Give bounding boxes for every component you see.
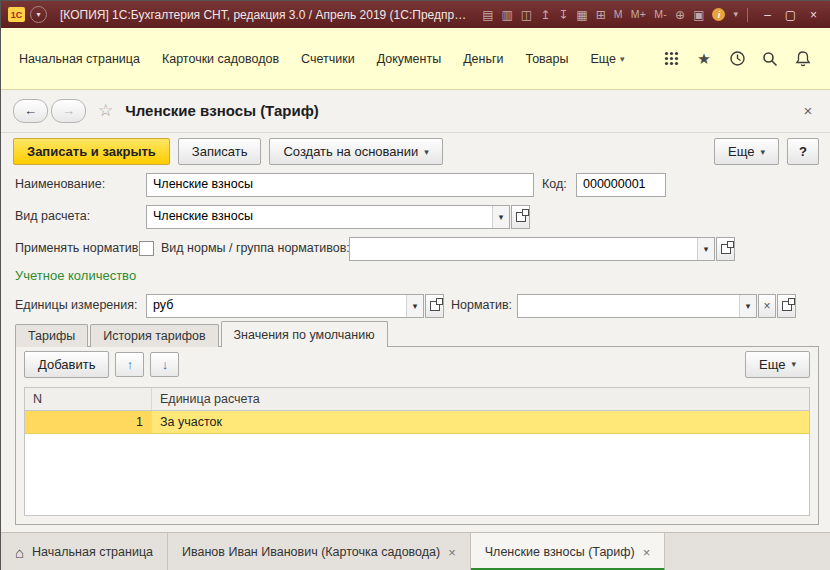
history-clock-icon[interactable] bbox=[727, 49, 747, 69]
units-select[interactable]: руб ▾ bbox=[146, 294, 424, 318]
standard-select[interactable]: ▾ bbox=[517, 294, 757, 318]
chevron-down-icon[interactable]: ▾ bbox=[733, 10, 738, 19]
print-icon[interactable]: ▥ bbox=[501, 9, 512, 21]
units-value: руб bbox=[147, 295, 406, 317]
menu-item-money[interactable]: Деньги bbox=[463, 52, 503, 66]
favorites-star-icon[interactable]: ★ bbox=[694, 49, 714, 69]
chevron-down-icon[interactable]: ▾ bbox=[697, 238, 714, 260]
clear-icon: × bbox=[763, 300, 770, 312]
chevron-down-icon: ▾ bbox=[791, 359, 796, 369]
tab-default-values[interactable]: Значения по умолчанию bbox=[221, 321, 388, 347]
save-and-close-button[interactable]: Записать и закрыть bbox=[13, 138, 170, 165]
search-icon[interactable] bbox=[760, 49, 780, 69]
grid-more-button[interactable]: Еще ▾ bbox=[745, 351, 810, 378]
column-header-unit[interactable]: Единица расчета bbox=[152, 388, 809, 410]
table-row[interactable]: 1 За участок bbox=[25, 411, 809, 434]
standard-clear-button[interactable]: × bbox=[758, 294, 776, 318]
page-title: Членские взносы (Тариф) bbox=[125, 102, 319, 119]
bottom-tab-card-label: Иванов Иван Иванович (Карточка садовода) bbox=[182, 545, 440, 559]
menu-item-documents[interactable]: Документы bbox=[377, 52, 441, 66]
standard-open-button[interactable] bbox=[777, 294, 796, 318]
forward-button[interactable]: → bbox=[51, 99, 86, 123]
create-based-on-button[interactable]: Создать на основании ▾ bbox=[269, 138, 442, 165]
open-icon bbox=[782, 301, 792, 311]
menu-item-more[interactable]: Еще ▾ bbox=[591, 52, 625, 66]
titlebar-separator bbox=[747, 8, 748, 22]
maximize-button[interactable]: ▢ bbox=[780, 5, 801, 24]
close-icon[interactable]: × bbox=[448, 545, 456, 560]
open-icon bbox=[721, 244, 731, 254]
chevron-down-icon: ▾ bbox=[424, 147, 429, 157]
chevron-down-icon[interactable]: ▾ bbox=[739, 295, 756, 317]
menu-item-goods[interactable]: Товары bbox=[526, 52, 569, 66]
bottom-tab-home-label: Начальная страница bbox=[32, 545, 153, 559]
form-close-icon[interactable]: × bbox=[797, 102, 819, 119]
units-label: Единицы измерения: bbox=[15, 294, 137, 316]
bottom-tab-gardener-card[interactable]: Иванов Иван Иванович (Карточка садовода)… bbox=[168, 533, 471, 570]
table-icon[interactable]: ▦ bbox=[576, 9, 587, 21]
apply-standard-checkbox[interactable] bbox=[139, 241, 154, 256]
menu-right-icons: ★ bbox=[661, 49, 813, 69]
memory-m-plus-button[interactable]: M+ bbox=[631, 9, 646, 20]
form-tabs: Тарифы История тарифов Значения по умолч… bbox=[15, 322, 390, 347]
bottom-tab-home[interactable]: ⌂ Начальная страница bbox=[1, 533, 168, 570]
menu-items: Начальная страница Карточки садоводов Сч… bbox=[19, 52, 624, 66]
chevron-down-icon: ▾ bbox=[36, 11, 40, 19]
save-icon[interactable]: ▤ bbox=[482, 9, 493, 21]
chevron-down-icon: ▾ bbox=[760, 147, 765, 157]
tab-tariffs[interactable]: Тарифы bbox=[15, 324, 88, 347]
back-button[interactable]: ← bbox=[13, 99, 48, 123]
memory-m-minus-button[interactable]: M- bbox=[654, 9, 667, 20]
move-down-button[interactable]: ↓ bbox=[150, 352, 179, 377]
menu-item-home-page[interactable]: Начальная страница bbox=[19, 52, 140, 66]
import-icon[interactable]: ↧ bbox=[558, 9, 568, 21]
code-value: 000000001 bbox=[577, 174, 665, 196]
tab-panel: Добавить ↑ ↓ Еще ▾ N Единица расчета 1 З… bbox=[15, 346, 819, 525]
save-button[interactable]: Записать bbox=[178, 138, 262, 165]
move-up-button[interactable]: ↑ bbox=[115, 352, 144, 377]
memory-m-button[interactable]: M bbox=[614, 9, 623, 20]
notifications-bell-icon[interactable] bbox=[793, 49, 813, 69]
column-header-n[interactable]: N bbox=[25, 388, 152, 410]
standard-kind-value bbox=[350, 238, 697, 260]
window-title: [КОПИЯ] 1С:Бухгалтерия СНТ, редакция 3.0… bbox=[60, 8, 469, 22]
open-windows-bar: ⌂ Начальная страница Иванов Иван Иванови… bbox=[1, 532, 830, 570]
main-menu-bar: Начальная страница Карточки садоводов Сч… bbox=[1, 28, 830, 90]
row-number-cell[interactable]: 1 bbox=[25, 411, 152, 433]
form-header: ← → ☆ Членские взносы (Тариф) × bbox=[1, 89, 830, 133]
standard-kind-select[interactable]: ▾ bbox=[349, 237, 715, 261]
add-row-button[interactable]: Добавить bbox=[24, 351, 109, 378]
menu-item-gardener-cards[interactable]: Карточки садоводов bbox=[162, 52, 279, 66]
export-icon[interactable]: ↥ bbox=[540, 9, 550, 21]
more-button[interactable]: Еще ▾ bbox=[714, 138, 779, 165]
calc-type-open-button[interactable] bbox=[511, 205, 530, 229]
menu-item-meters[interactable]: Счетчики bbox=[301, 52, 355, 66]
tab-tariff-history[interactable]: История тарифов bbox=[90, 324, 218, 347]
open-icon bbox=[430, 301, 440, 311]
help-button[interactable]: ? bbox=[787, 138, 819, 165]
standard-kind-open-button[interactable] bbox=[716, 237, 735, 261]
calendar-icon[interactable]: ⊞ bbox=[596, 9, 606, 21]
minimize-button[interactable]: – bbox=[757, 5, 778, 24]
units-open-button[interactable] bbox=[425, 294, 444, 318]
chevron-down-icon[interactable]: ▾ bbox=[492, 206, 509, 228]
app-logo-icon: 1С bbox=[8, 7, 25, 22]
info-icon[interactable]: i bbox=[712, 8, 725, 21]
service-grid-icon[interactable] bbox=[661, 49, 681, 69]
print-preview-icon[interactable]: ◫ bbox=[521, 9, 532, 21]
calc-type-select[interactable]: Членские взносы ▾ bbox=[146, 205, 510, 229]
open-icon bbox=[516, 212, 526, 222]
name-input[interactable]: Членские взносы bbox=[146, 173, 534, 197]
command-bar-right: Еще ▾ ? bbox=[714, 138, 819, 165]
standard-kind-label: Вид нормы / группа нормативов: bbox=[161, 237, 350, 259]
close-button[interactable]: × bbox=[803, 5, 824, 24]
chevron-down-icon[interactable]: ▾ bbox=[406, 295, 423, 317]
bottom-tab-tariff[interactable]: Членские взносы (Тариф) × bbox=[471, 533, 666, 570]
row-unit-cell[interactable]: За участок bbox=[152, 411, 809, 433]
main-menu-button[interactable]: ▾ bbox=[30, 6, 47, 23]
panels-icon[interactable]: ▣ bbox=[693, 9, 704, 21]
favorite-star-icon[interactable]: ☆ bbox=[98, 100, 113, 121]
zoom-icon[interactable]: ⊕ bbox=[675, 9, 685, 21]
close-icon[interactable]: × bbox=[643, 545, 651, 560]
code-input[interactable]: 000000001 bbox=[576, 173, 666, 197]
